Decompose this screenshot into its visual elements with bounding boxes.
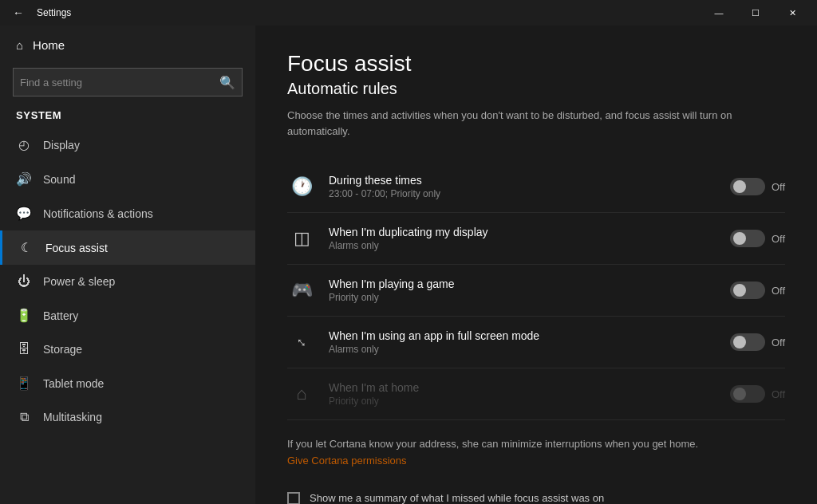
cortana-section: If you let Cortana know your address, sh… [287, 427, 785, 479]
sidebar-item-notifications[interactable]: 💬 Notifications & actions [0, 196, 255, 230]
battery-icon: 🔋 [16, 308, 32, 323]
sidebar-item-label: Battery [43, 309, 78, 322]
maximize-button[interactable]: ☐ [737, 0, 774, 26]
display-duplicate-icon: ◫ [287, 228, 316, 249]
rule-text: When I'm using an app in full screen mod… [329, 329, 717, 355]
home-rule-icon: ⌂ [287, 384, 316, 404]
titlebar-controls: — ☐ ✕ [701, 0, 811, 26]
fullscreen-icon: ↔ [286, 326, 318, 358]
rule-duplicating-display: ◫ When I'm duplicating my display Alarms… [287, 213, 785, 265]
summary-checkbox-row: Show me a summary of what I missed while… [287, 492, 785, 504]
titlebar: ← Settings — ☐ ✕ [0, 0, 817, 26]
multitasking-icon: ⧉ [16, 410, 32, 424]
rule-text: When I'm duplicating my display Alarms o… [329, 226, 717, 251]
toggle-label: Off [772, 181, 785, 193]
toggle-label: Off [772, 233, 785, 245]
toggle-label: Off [772, 337, 785, 348]
summary-checkbox[interactable] [287, 492, 300, 504]
toggle-group: Off [730, 282, 785, 299]
rule-full-screen: ↔ When I'm using an app in full screen m… [287, 317, 785, 368]
page-title: Focus assist [287, 51, 785, 77]
notifications-icon: 💬 [16, 206, 32, 221]
rule-text: During these times 23:00 - 07:00; Priori… [329, 174, 717, 199]
game-toggle[interactable] [730, 282, 765, 299]
cortana-text: If you let Cortana know your address, sh… [287, 438, 698, 450]
sidebar-item-label: Multitasking [43, 411, 102, 423]
toggle-label: Off [772, 285, 785, 297]
app-body: ⌂ Home 🔍 System ◴ Display 🔊 Sound 💬 Noti… [0, 26, 817, 504]
toggle-group: Off [730, 230, 785, 247]
rule-sub: Priority only [329, 292, 717, 303]
storage-icon: 🗄 [16, 342, 32, 356]
rule-name: When I'm at home [329, 381, 717, 394]
rule-name: During these times [329, 174, 717, 187]
close-button[interactable]: ✕ [774, 0, 811, 26]
rule-sub: 23:00 - 07:00; Priority only [329, 188, 717, 199]
sidebar-item-label: Sound [43, 173, 75, 186]
at-home-toggle [730, 385, 765, 403]
rule-at-home: ⌂ When I'm at home Priority only Off [287, 368, 785, 420]
back-button[interactable]: ← [6, 3, 30, 22]
sidebar-item-label: Tablet mode [43, 377, 104, 390]
sidebar-item-storage[interactable]: 🗄 Storage [0, 333, 255, 366]
sidebar-home-button[interactable]: ⌂ Home [0, 26, 255, 65]
rule-sub: Alarms only [329, 240, 717, 251]
sidebar: ⌂ Home 🔍 System ◴ Display 🔊 Sound 💬 Noti… [0, 26, 255, 504]
rule-sub: Priority only [329, 396, 717, 407]
during-times-toggle[interactable] [730, 178, 765, 195]
sidebar-section-title: System [0, 106, 255, 128]
display-icon: ◴ [16, 137, 32, 152]
sidebar-item-tablet[interactable]: 📱 Tablet mode [0, 366, 255, 400]
rule-name: When I'm playing a game [329, 278, 717, 290]
rule-playing-game: 🎮 When I'm playing a game Priority only … [287, 265, 785, 317]
fullscreen-toggle[interactable] [730, 333, 765, 351]
sound-icon: 🔊 [16, 171, 32, 187]
rule-name: When I'm using an app in full screen mod… [329, 329, 717, 342]
sidebar-item-label: Power & sleep [43, 275, 115, 288]
rule-sub: Alarms only [329, 344, 717, 355]
search-box[interactable]: 🔍 [13, 68, 243, 96]
power-icon: ⏻ [16, 274, 32, 289]
home-icon: ⌂ [16, 38, 23, 52]
home-label: Home [33, 38, 65, 52]
summary-checkbox-label: Show me a summary of what I missed while… [310, 492, 604, 504]
sidebar-item-sound[interactable]: 🔊 Sound [0, 162, 255, 196]
gamepad-icon: 🎮 [287, 280, 316, 301]
automatic-rules-title: Automatic rules [287, 80, 785, 98]
minimize-button[interactable]: — [701, 0, 737, 26]
main-content: Focus assist Automatic rules Choose the … [255, 26, 817, 504]
section-description: Choose the times and activities when you… [287, 108, 785, 139]
sidebar-item-label: Notifications & actions [43, 207, 153, 220]
sidebar-item-label: Display [43, 139, 80, 152]
sidebar-item-multitasking[interactable]: ⧉ Multitasking [0, 400, 255, 434]
toggle-group: Off [730, 333, 785, 351]
sidebar-item-power[interactable]: ⏻ Power & sleep [0, 265, 255, 298]
search-input[interactable] [20, 77, 219, 89]
toggle-group: Off [730, 385, 785, 403]
rule-text: When I'm at home Priority only [329, 381, 717, 407]
toggle-label: Off [772, 388, 785, 400]
clock-icon: 🕐 [287, 176, 316, 197]
rule-name: When I'm duplicating my display [329, 226, 717, 238]
rule-text: When I'm playing a game Priority only [329, 278, 717, 303]
sidebar-item-label: Focus assist [45, 242, 108, 254]
toggle-group: Off [730, 178, 785, 195]
sidebar-item-display[interactable]: ◴ Display [0, 128, 255, 162]
sidebar-item-label: Storage [43, 343, 82, 356]
focus-assist-icon: ☾ [18, 240, 34, 255]
titlebar-title: Settings [37, 7, 71, 18]
duplicating-toggle[interactable] [730, 230, 765, 247]
search-icon: 🔍 [219, 75, 235, 90]
tablet-icon: 📱 [16, 376, 32, 391]
cortana-link[interactable]: Give Cortana permissions [287, 455, 407, 467]
titlebar-left: ← Settings [6, 3, 71, 22]
sidebar-item-focus-assist[interactable]: ☾ Focus assist [0, 230, 255, 265]
rule-during-times: 🕐 During these times 23:00 - 07:00; Prio… [287, 161, 785, 213]
sidebar-item-battery[interactable]: 🔋 Battery [0, 298, 255, 333]
